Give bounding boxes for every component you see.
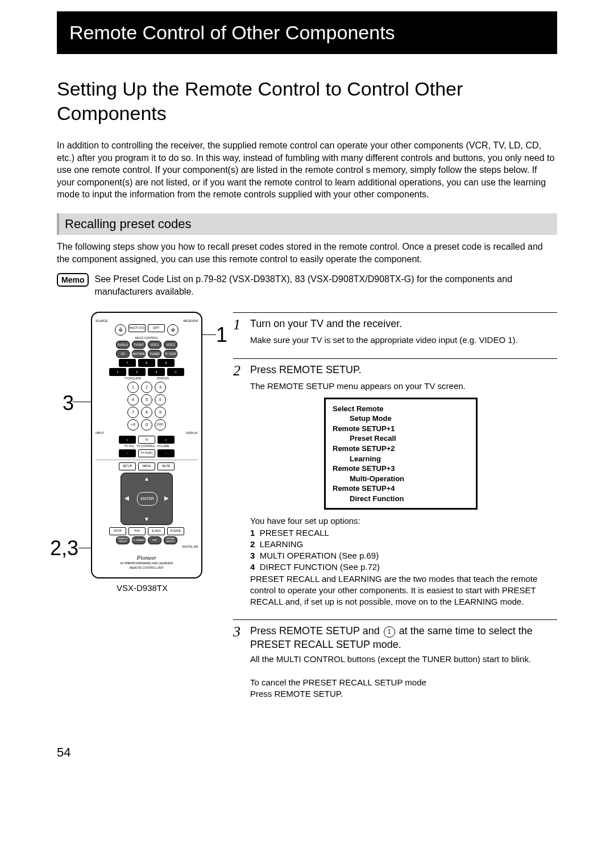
remote-button: TV [138,436,155,444]
step-1: 1 Turn on your TV and the receiver. Make… [233,312,557,346]
step-divider [233,619,557,620]
remote-button: 9 [157,359,175,367]
remote-button: 6 [155,394,166,406]
remote-button: 3 [155,382,166,393]
enter-button: ENTER [137,492,157,506]
remote-button: 3 [148,368,165,376]
remote-button: DSP [148,536,161,544]
step-text: PRESET RECALL and LEARNING are the two m… [250,573,557,608]
remote-button: EXIT [148,324,165,332]
remote-button: VCR 1 [148,341,161,349]
osd-line: Learning [333,454,469,464]
down-arrow-icon: ▼ [144,516,150,522]
remote-button: + [119,436,136,444]
one-button-icon: 1 [384,626,395,638]
step-3: 3 Press REMOTE SETUP and 1 at the same t… [233,619,557,700]
step-number: 2 [233,363,244,378]
remote-button: STOP [109,527,126,535]
step-text: The REMOTE SETUP menu appears on your TV… [250,381,557,392]
remote-button: TV CONT [164,350,177,358]
option-item: 4 DIRECT FUNCTION (See p.72) [250,561,557,573]
step-text: To cancel the PRESET RECALL SETUP mode [250,677,557,688]
step-divider [233,312,557,313]
chapter-title: Remote Control of Other Components [57,11,557,54]
osd-screenshot: Select Remote Setup Mode Remote SETUP+1 … [324,398,478,510]
remote-diagram-column: 1 3 2,3 SOURCERECEIVER ⏻ MULTI JOG EXIT … [57,312,216,711]
remote-button: DISC [155,419,166,431]
brand-logo: Pioneer [96,554,198,561]
remote-button: 2 [128,368,146,376]
remote-button: MUTE [157,462,175,470]
remote-illustration: SOURCERECEIVER ⏻ MULTI JOG EXIT ⏻ MULTI … [91,312,202,578]
memo-badge: Memo [57,273,89,287]
remote-button: − [119,449,136,457]
remote-button: 8 [141,407,152,418]
remote-button: E.ANG [148,527,165,535]
osd-line: Direct Function [333,494,469,504]
remote-label: DIGITAL NR [96,545,198,549]
remote-label: TV CONTROL [136,445,155,448]
remote-label: STATION [157,377,169,381]
option-item: 2 LEARNING [250,539,557,550]
osd-line: Remote SETUP+4 [333,483,469,494]
osd-line: Remote SETUP+3 [333,464,469,474]
remote-button: TV/SAT [132,341,146,349]
memo-text: See Preset Code List on p.79-82 (VSX-D93… [94,273,557,297]
remote-button: MD/TAPE [132,350,146,358]
remote-button: R.SAVE [167,527,184,535]
remote-button: MENU [138,462,155,470]
osd-line: Multi-Operation [333,474,469,484]
remote-button: FL DIMMER [132,536,146,544]
remote-button: CD [116,350,130,358]
callout-1: 1 [216,323,227,347]
remote-fineprint: AV PREPROGRAMMED AND LEARNING [96,562,198,565]
step-text: You have four set up options: [250,515,557,527]
remote-button: 2 [141,382,152,393]
power-source-icon: ⏻ [115,324,126,336]
remote-button: − [157,449,175,457]
callout-2-3: 2,3 [50,536,78,560]
remote-label: T.CH/CLASS [125,377,141,381]
step-body: The REMOTE SETUP menu appears on your TV… [250,381,557,608]
remote-button: DVD/LD [116,341,130,349]
option-item: 3 MULTI OPERATION (See p.69) [250,550,557,561]
steps-column: 1 Turn on your TV and the receiver. Make… [233,312,557,711]
remote-label: DISPLAY [186,432,198,435]
remote-button: MULTI JOG [128,324,146,332]
power-receiver-icon: ⏻ [167,324,179,336]
remote-button: SIGNAL SELECT [164,536,177,544]
remote-button: SETUP [119,462,136,470]
osd-line: Remote SETUP+1 [333,424,469,434]
remote-button: 8 [138,359,155,367]
memo-block: Memo See Preset Code List on p.79-82 (VS… [57,273,557,297]
remote-button: 1 [109,368,126,376]
remote-button: + [157,436,175,444]
left-arrow-icon: ◀ [125,495,129,501]
option-item: 1 PRESET RECALL [250,527,557,539]
remote-label: INPUT [96,432,104,435]
step-text: All the MULTI CONTROL buttons (except th… [250,654,557,665]
remote-label: RECEIVER [183,320,198,323]
remote-label: VOLUME [157,445,169,448]
remote-button: THX [128,527,146,535]
callout-3: 3 [63,391,74,415]
step-title: Press REMOTE SETUP. [250,363,362,377]
step-title: Turn on your TV and the receiver. [250,317,402,330]
osd-line: Select Remote [333,404,469,414]
subsection-intro: The following steps show you how to reca… [57,241,557,265]
up-arrow-icon: ▲ [144,476,150,482]
remote-button: 7 [119,359,136,367]
step-body: All the MULTI CONTROL buttons (except th… [250,654,557,700]
section-title: Setting Up the Remote Control to Control… [57,77,557,125]
page-number: 54 [57,745,557,760]
intro-paragraph: In addition to controlling the receiver,… [57,139,557,201]
remote-model-label: VSX-D938TX [91,583,193,593]
remote-button: 5 [141,394,152,406]
remote-button: TV FUNC [138,449,155,457]
right-arrow-icon: ▶ [164,495,169,501]
remote-fineprint: REMOTE CONTROL UNIT [96,567,198,570]
remote-button: 7 [127,407,139,418]
step-number: 3 [233,625,244,639]
step-number: 1 [233,317,244,332]
remote-label: SOURCE [96,320,107,323]
